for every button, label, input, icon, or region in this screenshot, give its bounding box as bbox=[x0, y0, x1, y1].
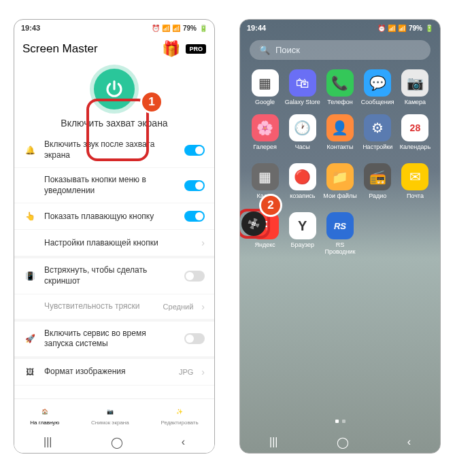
system-nav: ||| ◯ ‹ bbox=[240, 431, 440, 453]
chevron-right-icon: › bbox=[201, 237, 205, 248]
app-label: Радио bbox=[360, 193, 396, 205]
setting-shake[interactable]: 📳 Встряхнуть, чтобы сделать скриншот bbox=[14, 258, 214, 294]
home-button[interactable]: ◯ bbox=[111, 436, 123, 449]
toggle-boot[interactable] bbox=[184, 333, 205, 344]
status-time: 19:43 bbox=[21, 24, 40, 32]
app-icon: 🛍 bbox=[289, 69, 316, 97]
app-icon: 🕐 bbox=[289, 114, 316, 141]
app-label: Яндекс bbox=[247, 242, 283, 254]
app-galaxy store[interactable]: 🛍Galaxy Store bbox=[284, 69, 320, 112]
app-мои файлы[interactable]: 📁Мои файлы bbox=[322, 163, 358, 205]
bottom-nav: 🏠На главную 📷Снимок экрана ✨Редактироват… bbox=[14, 398, 214, 431]
setting-float-button[interactable]: 👆 Показать плавающую кнопку bbox=[14, 203, 214, 230]
rocket-icon: 🚀 bbox=[24, 333, 36, 345]
app-почта[interactable]: ✉Почта bbox=[397, 163, 433, 205]
hand-icon: 👆 bbox=[24, 210, 36, 222]
search-icon: 🔍 bbox=[259, 45, 270, 55]
search-placeholder: Поиск bbox=[275, 45, 300, 55]
bell-icon: 🔔 bbox=[24, 144, 36, 156]
app-козапись[interactable]: 🔴козапись bbox=[284, 163, 320, 205]
status-icons: ⏰ 📶 📶 79% 🔋 bbox=[152, 24, 207, 32]
status-bar: 19:44 ⏰ 📶 📶 79% 🔋 bbox=[240, 20, 440, 36]
nav-home[interactable]: 🏠На главную bbox=[30, 405, 59, 426]
recents-button[interactable]: ||| bbox=[44, 436, 52, 448]
app-label: RS Проводник bbox=[322, 242, 358, 256]
toggle-float[interactable] bbox=[184, 211, 205, 222]
app-label: Сообщения bbox=[360, 99, 396, 112]
setting-format[interactable]: 🖼 Формат изображения JPG › bbox=[14, 359, 214, 386]
system-nav: ||| ◯ ‹ bbox=[14, 431, 214, 453]
annotation-highlight-1 bbox=[86, 99, 149, 161]
chevron-right-icon: › bbox=[201, 301, 205, 312]
app-icon: ⚙ bbox=[364, 114, 391, 141]
phone-screenmaster: 19:43 ⏰ 📶 📶 79% 🔋 Screen Master 🎁 PRO 1 … bbox=[14, 19, 215, 454]
setting-boot[interactable]: 🚀 Включить сервис во время запуска систе… bbox=[14, 322, 214, 359]
app-label: Телефон bbox=[322, 99, 358, 112]
app-label: Часы bbox=[284, 144, 320, 156]
back-button[interactable]: ‹ bbox=[407, 436, 411, 448]
app-label: Браузер bbox=[284, 242, 320, 254]
app-label: Google bbox=[247, 99, 283, 112]
home-icon: 🏠 bbox=[38, 405, 52, 418]
app-rs проводник[interactable]: RSRS Проводник bbox=[322, 212, 358, 256]
toggle-menu[interactable] bbox=[184, 180, 205, 191]
app-сообщения[interactable]: 💬Сообщения bbox=[360, 69, 396, 112]
app-google[interactable]: ▦Google bbox=[247, 69, 283, 112]
app-title: Screen Master bbox=[22, 42, 156, 56]
recents-button[interactable]: ||| bbox=[269, 436, 277, 448]
page-indicator bbox=[240, 420, 440, 423]
app-icon: 👤 bbox=[326, 114, 354, 141]
settings-list: 🔔 Включить звук после захвата экрана Пок… bbox=[14, 131, 214, 387]
phone-launcher: 19:44 ⏰ 📶 📶 79% 🔋 🔍 Поиск ▦Google🛍Galaxy… bbox=[239, 19, 441, 454]
app-icon: 🔴 bbox=[289, 163, 316, 190]
app-телефон[interactable]: 📞Телефон bbox=[322, 69, 358, 112]
app-настройки[interactable]: ⚙Настройки bbox=[360, 114, 396, 156]
app-label: Камера bbox=[397, 99, 433, 112]
app-браузер[interactable]: YБраузер bbox=[284, 212, 320, 256]
shake-icon: 📳 bbox=[24, 270, 36, 282]
app-радио[interactable]: 📻Радио bbox=[360, 163, 396, 205]
search-bar[interactable]: 🔍 Поиск bbox=[250, 40, 431, 60]
setting-menu-buttons[interactable]: Показывать кнопки меню в уведомлении bbox=[14, 168, 214, 203]
app-icon: 📷 bbox=[401, 69, 428, 97]
toggle-shake[interactable] bbox=[184, 271, 205, 282]
app-icon: RS bbox=[326, 212, 354, 239]
toggle-sound[interactable] bbox=[184, 145, 205, 156]
camera-icon: 📷 bbox=[103, 405, 117, 418]
app-icon: ▦ bbox=[252, 69, 279, 97]
home-button[interactable]: ◯ bbox=[337, 436, 349, 449]
setting-sensitivity[interactable]: Чувствительность тряски Средний › bbox=[14, 294, 214, 322]
wand-icon: ✨ bbox=[173, 405, 186, 418]
annotation-callout-1: 1 bbox=[140, 90, 163, 114]
nav-edit[interactable]: ✨Редактировать bbox=[161, 405, 198, 426]
app-label: Почта bbox=[397, 193, 433, 205]
gift-icon[interactable]: 🎁 bbox=[162, 40, 180, 58]
app-icon: 📁 bbox=[326, 163, 354, 190]
app-камера[interactable]: 📷Камера bbox=[397, 69, 433, 112]
app-label: Galaxy Store bbox=[284, 99, 320, 112]
image-icon: 🖼 bbox=[24, 366, 36, 378]
app-часы[interactable]: 🕐Часы bbox=[284, 114, 320, 156]
setting-float-options[interactable]: Настройки плавающей кнопки › bbox=[14, 230, 214, 258]
app-label: Настройки bbox=[360, 144, 396, 156]
app-icon: ▦ bbox=[252, 163, 279, 190]
app-header: Screen Master 🎁 PRO bbox=[14, 36, 214, 63]
chevron-right-icon: › bbox=[201, 367, 205, 377]
app-icon: 🌸 bbox=[252, 114, 279, 141]
app-label: Галерея bbox=[247, 144, 283, 156]
app-label: Календарь bbox=[397, 144, 433, 156]
app-grid: ▦Google🛍Galaxy Store📞Телефон💬Сообщения📷К… bbox=[240, 69, 440, 256]
app-icon: 📻 bbox=[364, 163, 391, 190]
pro-badge[interactable]: PRO bbox=[186, 44, 206, 54]
status-icons: ⏰ 📶 📶 79% 🔋 bbox=[377, 24, 433, 32]
app-label: Мои файлы bbox=[322, 193, 358, 205]
app-календарь[interactable]: 28Календарь bbox=[397, 114, 433, 156]
app-label: Контакты bbox=[322, 144, 358, 156]
back-button[interactable]: ‹ bbox=[182, 436, 185, 448]
app-галерея[interactable]: 🌸Галерея bbox=[247, 114, 283, 156]
annotation-callout-2: 2 bbox=[259, 194, 282, 217]
app-контакты[interactable]: 👤Контакты bbox=[322, 114, 358, 156]
app-icon: 28 bbox=[401, 114, 428, 141]
nav-screenshot[interactable]: 📷Снимок экрана bbox=[91, 405, 129, 426]
app-icon: 📞 bbox=[326, 69, 354, 97]
